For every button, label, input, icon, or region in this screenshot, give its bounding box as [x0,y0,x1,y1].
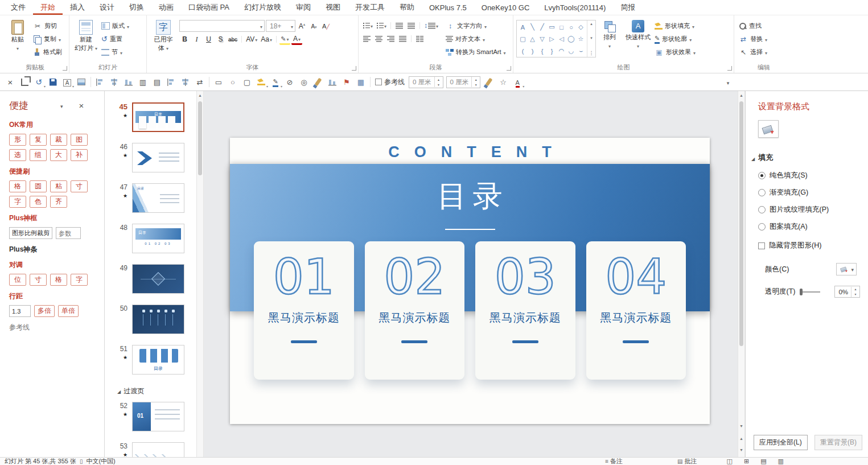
shape-icon[interactable]: A [518,21,528,33]
gallery-more-icon[interactable] [589,50,594,56]
format-painter-button[interactable]: 格式刷 [31,46,64,58]
font-color-button[interactable]: A [291,34,302,45]
text-highlight-button[interactable] [279,34,290,45]
text-shadow-button[interactable]: S [215,34,226,45]
ribbon-tab[interactable]: 幻灯片放映 [237,0,289,15]
italic-button[interactable]: I [191,34,202,45]
ribbon-tab[interactable]: 开发工具 [348,0,392,15]
line-height-mode-button[interactable]: 多倍 [34,305,55,317]
arrange-button[interactable]: 排列 [596,17,623,49]
fill-tab-button[interactable] [758,120,779,138]
line-spacing-button[interactable] [423,20,439,31]
param-input[interactable] [56,227,81,239]
toc-card[interactable]: 03 黑马演示标题 [475,241,575,380]
shape-icon[interactable]: } [547,45,557,57]
rectangle-shape-button[interactable] [212,75,225,89]
convert-smartart-button[interactable]: 转换为 SmartArt [444,46,507,58]
shape-icon[interactable]: ☆ [576,33,586,45]
align-bottom-objects-button[interactable] [122,75,135,89]
reset-button[interactable]: 重置 [100,33,131,45]
crop-button[interactable] [18,75,31,89]
oval-shape-button[interactable] [226,75,240,89]
slide-thumbnail[interactable]: 目录 [132,102,184,132]
dialog-launcher-icon[interactable] [727,66,732,71]
quick-tool-button[interactable]: 组 [30,149,47,161]
layout-button[interactable]: 版式 [100,20,131,32]
shape-fill-quick-button[interactable]: ▾ [254,75,268,89]
eyedropper-button[interactable] [297,75,311,89]
shape-icon[interactable]: ( [518,45,528,57]
flag-button[interactable] [340,75,353,89]
gallery-scroll-down-icon[interactable] [590,36,593,40]
fill-option-radio[interactable]: 渐变填充(G) [758,188,861,197]
shape-icon[interactable]: ⌣ [576,45,586,57]
shape-icon[interactable]: □ [557,21,566,33]
fill-option-radio[interactable]: 图片或纹理填充(P) [758,205,861,215]
shape-icon[interactable]: ◠ [557,45,566,57]
shape-icon[interactable]: ▭ [547,21,557,33]
quick-tool-button[interactable]: 图 [71,134,88,146]
ribbon-tab[interactable]: 切换 [122,0,151,15]
section-button[interactable]: 节 [100,46,131,58]
ungroup-objects-button[interactable] [179,75,192,89]
fill-option-radio[interactable]: 图案填充(A) [758,222,861,232]
reading-view-button[interactable]: ▤ [760,458,766,465]
slide-thumbnail[interactable]: 目录 [132,183,184,213]
table-button[interactable] [354,75,368,89]
transparency-input[interactable]: 0% [834,286,860,298]
slide-thumbnail[interactable]: 目录 01 02 03 [132,224,184,253]
ribbon-tab[interactable]: 视图 [318,0,348,15]
quick-tool-button[interactable]: 选 [9,149,26,161]
slide-thumbnail[interactable] [132,442,184,457]
columns-button[interactable] [414,33,425,44]
quick-brush-button[interactable]: 格 [9,180,26,192]
shape-icon[interactable]: ◯ [566,33,576,45]
align-left-objects-button[interactable] [93,75,107,89]
find-button[interactable]: 查找 [737,20,769,32]
quick-brush-button[interactable]: 圆 [30,180,47,192]
quick-tool-button[interactable]: 裁 [50,134,67,146]
paste-button[interactable]: 粘贴 [4,17,31,51]
distribute-horizontal-button[interactable]: ▥ [136,75,150,89]
toc-card[interactable]: 01 黑马演示标题 [254,241,354,380]
quick-brush-button[interactable]: 粘 [50,180,67,192]
select-button[interactable]: 选择 [737,46,769,58]
numbering-button[interactable] [375,20,388,31]
toolbar-more-button[interactable] [721,75,735,89]
swap-tool-button[interactable]: 位 [9,274,26,286]
align-text-button[interactable]: 对齐文本 [444,33,507,45]
font-color-quick-button[interactable]: ▾ [511,75,524,89]
ribbon-tab[interactable]: 审阅 [289,0,318,15]
ribbon-tab[interactable]: 设计 [92,0,122,15]
cut-button[interactable]: 剪切 [31,20,64,32]
slide-header-text[interactable]: CONTENT [230,143,710,161]
shape-icon[interactable]: ○ [566,21,576,33]
quick-brush-button[interactable]: 色 [30,196,47,208]
text-box-button[interactable]: ▾ [60,75,74,89]
shape-icon[interactable]: ◇ [576,21,586,33]
fill-option-radio[interactable]: 纯色填充(S) [758,171,861,180]
shape-icon[interactable]: ◡ [566,45,576,57]
quick-brush-button[interactable]: 齐 [50,196,67,208]
text-direction-button[interactable]: 文字方向 [444,20,507,32]
ribbon-tab[interactable]: 文件 [3,0,33,15]
quick-styles-button[interactable]: 快速样式 [623,17,653,49]
strikethrough-button[interactable]: abc [227,34,238,45]
slide-sorter-view-button[interactable]: ⊞ [744,458,749,465]
bullets-button[interactable] [361,20,374,31]
shape-icon[interactable]: { [537,45,547,57]
swap-tool-button[interactable]: 格 [50,274,67,286]
gallery-scroll-up-icon[interactable] [590,22,593,26]
scroll-up-icon[interactable] [738,91,744,99]
shape-outline-quick-button[interactable]: ▾ [269,75,282,89]
dialog-launcher-icon[interactable] [352,66,356,71]
justify-button[interactable] [397,33,408,44]
swap-objects-button[interactable]: ⇄ [193,75,207,89]
line-height-mode-button[interactable]: 单倍 [58,305,79,317]
shape-icon[interactable]: ╱ [537,21,547,33]
increase-indent-button[interactable] [406,20,417,31]
slide-thumbnail[interactable] [132,143,184,172]
slideshow-view-button[interactable]: ▥ [778,458,784,465]
used-font-button[interactable]: 已用字 体 [150,17,177,51]
copy-button[interactable]: 复制 [31,33,64,45]
